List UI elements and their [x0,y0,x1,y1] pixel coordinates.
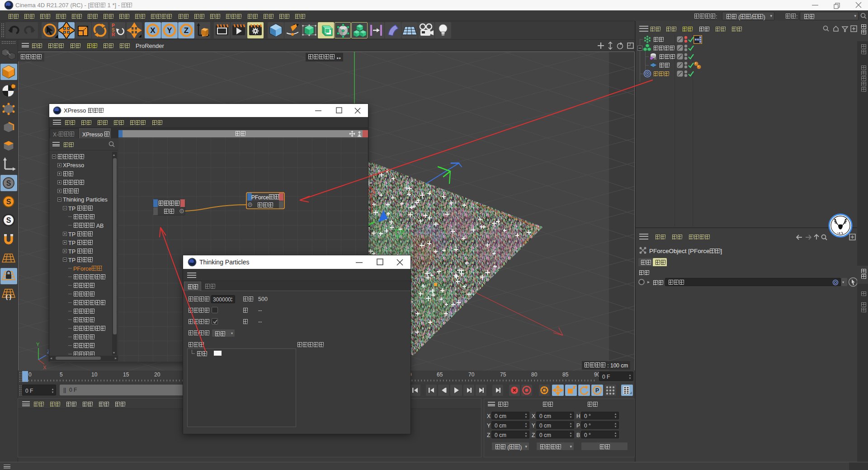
svg-text:R: R [112,32,115,37]
svg-text:S: S [6,179,11,187]
svg-text:Z: Z [184,26,189,35]
svg-text:Y: Y [167,26,172,35]
svg-text:S: S [6,216,11,224]
svg-text:S: S [6,198,11,206]
svg-text:P: P [595,387,599,394]
svg-text:( ): ( ) [6,293,11,300]
svg-text:X: X [150,26,156,35]
svg-text:X: X [43,365,47,370]
svg-text:Y: Y [36,342,40,347]
